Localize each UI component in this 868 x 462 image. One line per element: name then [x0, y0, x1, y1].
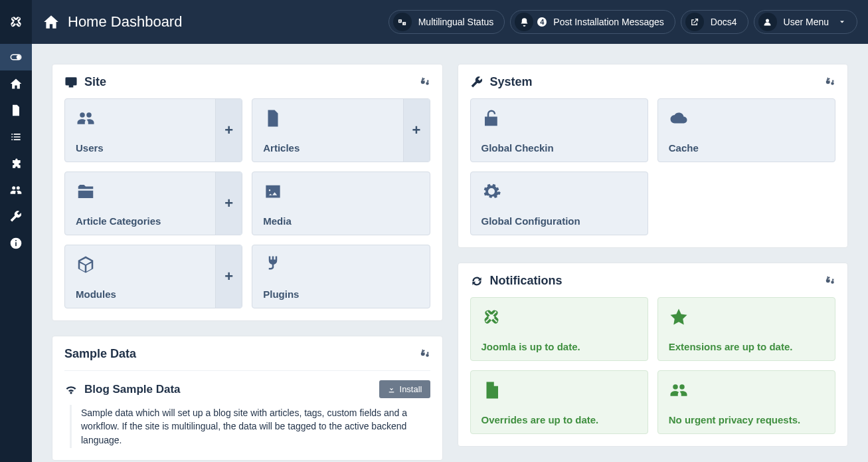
gear-icon — [481, 181, 637, 205]
tile-media[interactable]: Media — [252, 172, 430, 235]
tile-cache[interactable]: Cache — [657, 98, 835, 162]
user-menu-label: User Menu — [784, 17, 829, 27]
file-icon — [263, 108, 392, 132]
tile-articles[interactable]: Articles + — [252, 98, 430, 162]
post-install-badge: 4 — [537, 17, 547, 27]
tile-extensions-uptodate[interactable]: Extensions are up to date. — [657, 297, 835, 361]
brand-logo[interactable] — [0, 0, 32, 44]
sample-item-title: Blog Sample Data — [84, 383, 181, 396]
tile-users-add-button[interactable]: + — [215, 99, 242, 162]
user-menu-button[interactable]: User Menu — [754, 10, 857, 34]
install-button[interactable]: Install — [379, 380, 430, 398]
tile-global-configuration[interactable]: Global Configuration — [470, 172, 648, 235]
person-icon — [758, 13, 777, 31]
tile-users[interactable]: Users + — [64, 98, 242, 162]
tile-articles-label: Articles — [263, 142, 392, 154]
site-panel: Site Users + Ar — [52, 64, 443, 321]
tile-joomla-uptodate[interactable]: Joomla is up to date. — [470, 297, 648, 361]
plug-icon — [263, 255, 418, 279]
tile-articles-add-button[interactable]: + — [403, 99, 430, 162]
sidebar-toggle[interactable] — [0, 44, 32, 70]
page-title-area: Home Dashboard — [32, 13, 182, 31]
tile-plugins-label: Plugins — [263, 289, 418, 300]
sample-data-panel-title: Sample Data — [64, 347, 136, 361]
sidebar-item-components[interactable] — [0, 150, 32, 177]
tile-privacy-label: No urgent privacy requests. — [669, 414, 824, 425]
tile-privacy-requests[interactable]: No urgent privacy requests. — [657, 370, 835, 434]
multilingual-status-button[interactable]: Multilingual Status — [389, 10, 505, 34]
joomla-icon — [481, 307, 637, 331]
top-header: Home Dashboard Multilingual Status 4 Pos… — [0, 0, 868, 44]
notifications-panel: Notifications Joomla is up to date. — [458, 263, 849, 447]
refresh-icon — [470, 275, 483, 288]
tile-joomla-label: Joomla is up to date. — [481, 341, 637, 352]
notifications-settings-button[interactable] — [824, 275, 835, 287]
tile-categories-add-button[interactable]: + — [215, 172, 242, 235]
tile-overrides-label: Overrides are up to date. — [481, 414, 637, 425]
sample-data-item: Blog Sample Data Install Sample data whi… — [64, 370, 430, 448]
site-panel-title: Site — [84, 75, 106, 89]
page-title: Home Dashboard — [68, 13, 182, 31]
tile-article-categories[interactable]: Article Categories + — [64, 172, 242, 235]
tile-users-label: Users — [76, 142, 205, 154]
sidebar-item-home[interactable] — [0, 70, 32, 97]
install-button-label: Install — [400, 384, 422, 394]
sidebar-item-users[interactable] — [0, 177, 32, 203]
folder-icon — [76, 181, 205, 205]
notifications-panel-title: Notifications — [490, 274, 563, 288]
image-icon — [263, 181, 418, 205]
users-icon — [76, 108, 205, 132]
language-icon — [393, 13, 412, 31]
docs-button[interactable]: Docs4 — [681, 10, 748, 34]
tile-config-label: Global Configuration — [481, 215, 637, 227]
tile-modules-label: Modules — [76, 289, 205, 300]
tile-cache-label: Cache — [669, 142, 824, 154]
tile-checkin-label: Global Checkin — [481, 142, 637, 154]
sample-item-description: Sample data which will set up a blog sit… — [70, 405, 430, 448]
site-panel-settings-button[interactable] — [418, 76, 430, 88]
sidebar-item-system[interactable] — [0, 203, 32, 230]
tile-global-checkin[interactable]: Global Checkin — [470, 98, 648, 162]
sidebar — [0, 44, 32, 462]
tile-modules-add-button[interactable]: + — [215, 245, 242, 308]
tile-overrides-uptodate[interactable]: Overrides are up to date. — [470, 370, 648, 434]
external-link-icon — [685, 13, 704, 31]
fileflat-icon — [481, 380, 637, 404]
post-install-label: Post Installation Messages — [553, 17, 664, 27]
users-icon — [669, 380, 824, 404]
joomla-icon — [9, 15, 23, 29]
sidebar-item-help[interactable] — [0, 230, 32, 257]
sample-data-settings-button[interactable] — [418, 348, 430, 360]
star-icon — [669, 307, 824, 331]
unlock-icon — [481, 108, 637, 132]
sidebar-item-menus[interactable] — [0, 124, 32, 150]
wrench-icon — [470, 76, 483, 89]
main-content: Site Users + Ar — [32, 44, 868, 462]
system-panel: System Global Checkin Cache — [458, 64, 849, 248]
monitor-icon — [64, 76, 78, 89]
tile-extensions-label: Extensions are up to date. — [669, 341, 824, 352]
tile-modules[interactable]: Modules + — [64, 245, 242, 308]
docs-label: Docs4 — [711, 17, 737, 27]
multilingual-label: Multilingual Status — [418, 17, 494, 27]
cloud-icon — [669, 108, 824, 132]
tile-categories-label: Article Categories — [76, 215, 205, 227]
sidebar-item-content[interactable] — [0, 97, 32, 124]
system-panel-settings-button[interactable] — [824, 76, 835, 88]
sample-data-panel: Sample Data Blog Sample Data Install — [52, 336, 443, 461]
tile-plugins[interactable]: Plugins — [252, 245, 430, 308]
chevron-down-icon — [838, 18, 846, 26]
post-install-messages-button[interactable]: 4 Post Installation Messages — [510, 10, 675, 34]
download-icon — [387, 385, 396, 394]
home-icon — [43, 13, 60, 31]
bell-icon — [515, 13, 533, 31]
system-panel-title: System — [490, 75, 533, 89]
tile-media-label: Media — [263, 215, 418, 227]
cube-icon — [76, 255, 205, 279]
wifi-icon — [64, 383, 78, 396]
